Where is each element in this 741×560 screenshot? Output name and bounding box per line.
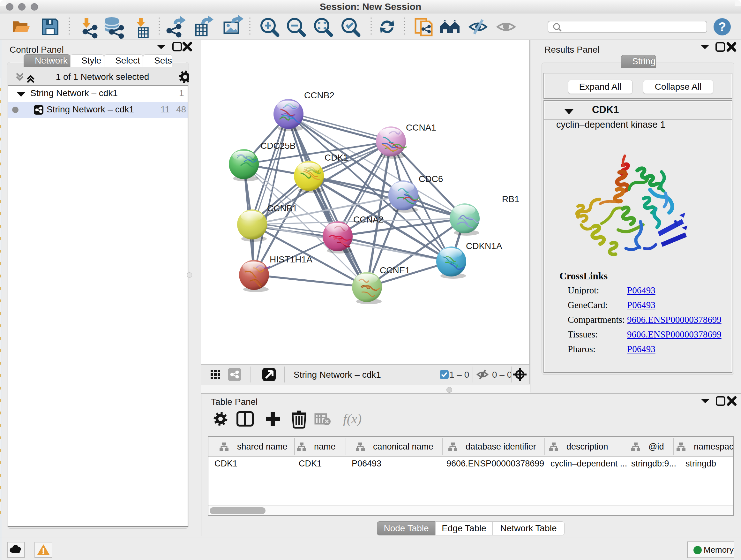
svg-text:String Network – cdk1: String Network – cdk1	[293, 370, 381, 380]
svg-text:canonical name: canonical name	[373, 442, 433, 451]
svg-text:description: description	[566, 442, 608, 451]
svg-text:CDKN1A: CDKN1A	[466, 241, 502, 251]
svg-text:namespace: namespace	[694, 442, 733, 451]
svg-text:CCNB2: CCNB2	[304, 90, 334, 100]
svg-text:CCNE1: CCNE1	[380, 265, 410, 275]
svg-text:RB1: RB1	[502, 194, 519, 204]
svg-text:HIST1H1A: HIST1H1A	[270, 254, 313, 264]
svg-text:CDK1: CDK1	[325, 152, 348, 163]
svg-text:CCNB1: CCNB1	[267, 203, 297, 213]
svg-text:database identifier: database identifier	[466, 442, 536, 451]
svg-text:CCNA1: CCNA1	[406, 123, 436, 132]
svg-text:?: ?	[718, 20, 726, 34]
svg-text:CCNA2: CCNA2	[353, 214, 384, 225]
svg-text:0 – 0: 0 – 0	[492, 370, 512, 380]
svg-text:1 – 0: 1 – 0	[449, 370, 469, 380]
svg-text:@id: @id	[649, 442, 664, 451]
svg-text:CDC6: CDC6	[419, 174, 443, 184]
svg-text:f(x): f(x)	[343, 412, 361, 427]
svg-text:shared name: shared name	[237, 442, 287, 451]
svg-text:CDC25B: CDC25B	[260, 141, 295, 151]
svg-text:name: name	[314, 442, 336, 451]
